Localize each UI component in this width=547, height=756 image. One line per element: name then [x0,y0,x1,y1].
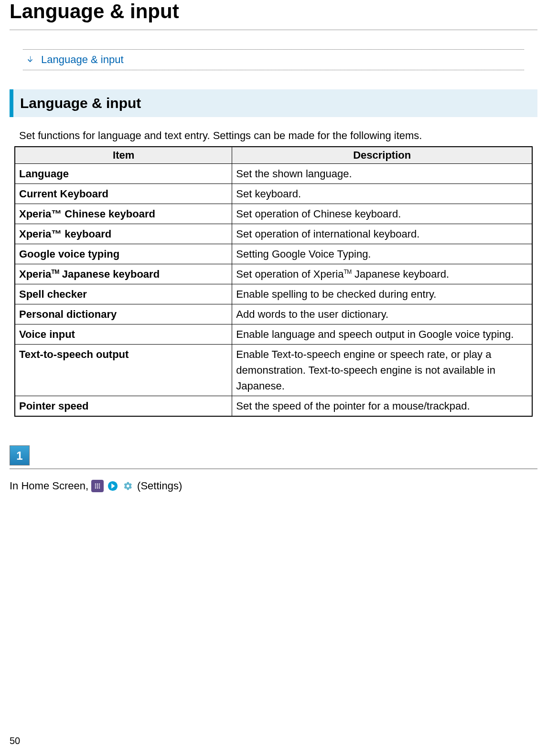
description-cell: Enable language and speech output in Goo… [232,324,532,344]
svg-point-4 [97,485,98,486]
description-cell: Enable Text-to-speech engine or speech r… [232,344,532,396]
table-row: Personal dictionaryAdd words to the user… [15,304,532,324]
item-cell: Text-to-speech output [15,344,232,396]
item-cell: Spell checker [15,284,232,304]
svg-point-5 [99,485,100,486]
item-cell: XperiaTM Japanese keyboard [15,264,232,284]
svg-point-0 [95,483,97,485]
section-header: Language & input [10,89,537,117]
toc-link-language-input[interactable]: Language & input [41,54,124,66]
svg-point-7 [97,487,98,488]
description-cell: Set operation of XperiaTM Japanese keybo… [232,264,532,284]
description-cell: Set operation of Chinese keyboard. [232,204,532,224]
table-row: XperiaTM Japanese keyboardSet operation … [15,264,532,284]
description-cell: Enable spelling to be checked during ent… [232,284,532,304]
settings-table: Item Description LanguageSet the shown l… [14,146,533,417]
item-cell: Language [15,163,232,184]
table-row: LanguageSet the shown language. [15,163,532,184]
description-cell: Set the shown language. [232,163,532,184]
toc-box: Language & input [23,49,524,70]
description-cell: Set the speed of the pointer for a mouse… [232,396,532,416]
item-cell: Voice input [15,324,232,344]
step-suffix: (Settings) [137,480,182,492]
item-cell: Xperia™ keyboard [15,224,232,244]
settings-gear-icon [122,480,134,492]
section-intro: Set functions for language and text entr… [19,129,533,143]
table-row: Spell checkerEnable spelling to be check… [15,284,532,304]
table-row: Current KeyboardSet keyboard. [15,184,532,204]
svg-point-6 [95,487,97,488]
item-cell: Personal dictionary [15,304,232,324]
item-cell: Pointer speed [15,396,232,416]
page-number: 50 [10,735,20,746]
svg-point-8 [99,487,100,488]
svg-point-1 [97,483,98,485]
step-instruction: In Home Screen, (Settings) [10,480,537,492]
item-cell: Current Keyboard [15,184,232,204]
svg-point-3 [95,485,97,486]
item-cell: Google voice typing [15,244,232,264]
table-row: Google voice typingSetting Google Voice … [15,244,532,264]
table-header-row: Item Description [15,147,532,164]
step-number-badge: 1 [10,445,30,465]
step-divider [10,468,537,469]
arrow-down-icon [25,54,35,65]
description-cell: Setting Google Voice Typing. [232,244,532,264]
item-cell: Xperia™ Chinese keyboard [15,204,232,224]
svg-point-2 [99,483,100,485]
table-row: Xperia™ keyboardSet operation of interna… [15,224,532,244]
table-row: Voice inputEnable language and speech ou… [15,324,532,344]
page-title: Language & input [10,0,537,30]
table-row: Xperia™ Chinese keyboardSet operation of… [15,204,532,224]
table-row: Pointer speedSet the speed of the pointe… [15,396,532,416]
step-prefix: In Home Screen, [10,480,88,492]
col-item: Item [15,147,232,164]
col-description: Description [232,147,532,164]
arrow-right-icon [107,480,119,492]
table-row: Text-to-speech outputEnable Text-to-spee… [15,344,532,396]
description-cell: Add words to the user dictionary. [232,304,532,324]
description-cell: Set keyboard. [232,184,532,204]
apps-grid-icon [91,480,104,492]
description-cell: Set operation of international keyboard. [232,224,532,244]
